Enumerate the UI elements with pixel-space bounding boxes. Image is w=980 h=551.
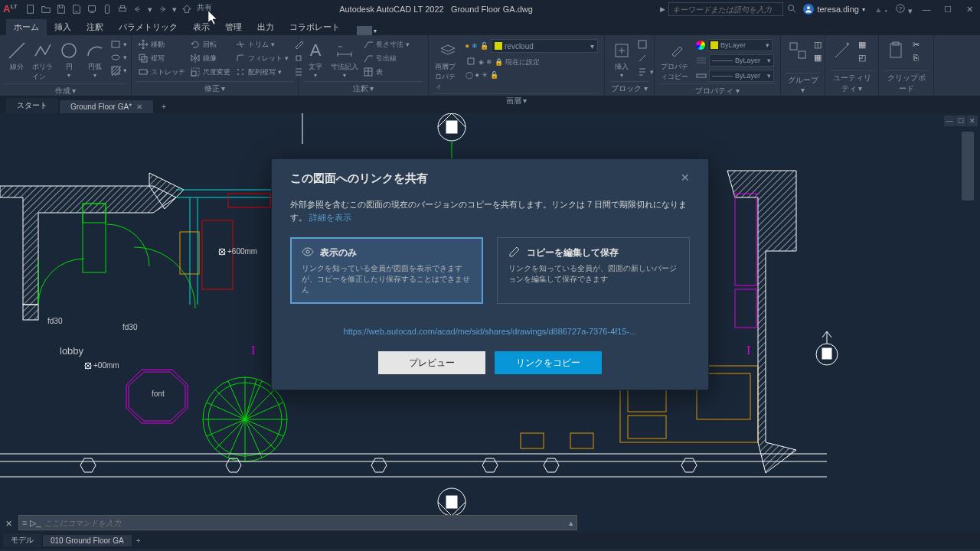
tab-output[interactable]: 出力 xyxy=(250,19,282,35)
leader-button[interactable]: 長さ寸法 ▾ xyxy=(361,38,411,51)
saveas-icon[interactable] xyxy=(70,2,83,16)
paste-button[interactable] xyxy=(884,38,908,63)
redo-icon[interactable] xyxy=(155,2,169,16)
tab-parametric[interactable]: パラメトリック xyxy=(111,19,185,35)
save-icon[interactable] xyxy=(54,2,68,16)
polyline-button[interactable]: ポリライン xyxy=(31,38,55,83)
share-icon[interactable] xyxy=(180,2,194,16)
undo-icon[interactable] xyxy=(131,2,145,16)
layout-tab[interactable]: 010 Ground Floor GA xyxy=(43,535,132,546)
move-button[interactable]: 移動 xyxy=(136,38,187,51)
close-button[interactable]: ✕ xyxy=(962,3,977,15)
details-link[interactable]: 詳細を表示 xyxy=(309,213,351,222)
share-label[interactable]: 共有 xyxy=(197,2,212,16)
leader2-button[interactable]: 引出線 xyxy=(361,52,411,64)
fillet-button[interactable]: フィレット ▾ xyxy=(234,52,290,64)
layer-match-button[interactable] xyxy=(466,56,476,68)
web-icon[interactable] xyxy=(85,2,99,16)
make-current-button[interactable]: 現在に設定 xyxy=(505,57,540,67)
tab-featured-apps[interactable]: ▾ xyxy=(357,26,377,35)
new-tab-button[interactable]: + xyxy=(157,99,171,113)
tab-view[interactable]: 表示 xyxy=(185,19,217,35)
print-icon[interactable] xyxy=(116,2,129,16)
matchprop-button[interactable]: プロパティコピー xyxy=(659,38,693,83)
option-view-only[interactable]: 表示のみ リンクを知っている全員が図面を表示できますが、コピーを修正したり保存す… xyxy=(290,237,483,304)
search-icon[interactable] xyxy=(786,3,797,15)
block-edit-button[interactable] xyxy=(635,52,655,64)
mobile-icon[interactable] xyxy=(100,2,114,16)
tab-insert[interactable]: 挿入 xyxy=(47,19,79,35)
new-icon[interactable] xyxy=(24,2,38,16)
layer-on-button[interactable]: ● xyxy=(475,71,479,79)
layer-unlock-button[interactable]: 🔓 xyxy=(490,71,498,79)
layer-thaw-button[interactable]: ☀ xyxy=(482,71,488,79)
share-url[interactable]: https://web.autocad.com/acad/me/sid/shar… xyxy=(290,327,690,336)
linetype-selector[interactable]: ———ByLayer▾ xyxy=(694,69,776,83)
help-icon[interactable]: ? ▾ xyxy=(895,3,913,16)
minimize-button[interactable]: — xyxy=(919,3,934,15)
command-line[interactable]: ≡ ▷_ ▴ xyxy=(18,515,577,530)
redo-dropdown-icon[interactable]: ▾ xyxy=(171,2,178,16)
start-tab[interactable]: スタート xyxy=(6,98,58,113)
layer-iso-button[interactable]: ◈ xyxy=(479,58,484,66)
calc-button[interactable]: ▦ xyxy=(856,38,868,51)
cut-button[interactable]: ✂ xyxy=(910,38,922,51)
hatch-button[interactable]: ▾ xyxy=(109,64,129,77)
text-button[interactable]: A文字▼ xyxy=(303,38,328,80)
cmdline-expand-icon[interactable]: ▴ xyxy=(569,518,573,528)
open-icon[interactable] xyxy=(39,2,53,16)
circle-button[interactable]: 円▼ xyxy=(57,38,81,80)
tab-collaborate[interactable]: コラボレート xyxy=(282,19,348,35)
ungroup-button[interactable]: ◫ xyxy=(812,38,824,51)
group-edit-button[interactable]: ▦ xyxy=(812,51,824,64)
vp-maximize-button[interactable]: ☐ xyxy=(956,116,966,126)
copy-button[interactable]: 複写 xyxy=(136,52,187,64)
lineweight-selector[interactable]: ———ByLayer▾ xyxy=(694,54,776,67)
drawing-tab[interactable]: Ground Floor GA*✕ xyxy=(60,100,153,113)
layer-off-button[interactable]: ◯ xyxy=(466,71,473,79)
cmdline-close-button[interactable]: ✕ xyxy=(3,518,14,529)
tab-annotate[interactable]: 注釈 xyxy=(79,19,111,35)
layer-selector[interactable]: ●❄🔓 revcloud▾ xyxy=(464,38,599,54)
option-edit-copy[interactable]: コピーを編集して保存 リンクを知っている全員が、図面の新しいバージョンを編集して… xyxy=(497,237,690,304)
rect-button[interactable]: ▾ xyxy=(109,38,129,51)
table-button[interactable]: 表 xyxy=(361,66,411,78)
vp-minimize-button[interactable]: — xyxy=(944,116,955,126)
tab-home[interactable]: ホーム xyxy=(6,19,47,35)
layer-lock-button[interactable]: 🔒 xyxy=(495,58,503,66)
search-box[interactable] xyxy=(668,2,783,16)
command-input[interactable] xyxy=(44,519,566,527)
line-button[interactable]: 線分 xyxy=(5,38,29,73)
insert-block-button[interactable]: 挿入▼ xyxy=(609,38,634,80)
autodesk-app-icon[interactable]: ⟁ ▾ xyxy=(876,5,889,14)
mirror-button[interactable]: 鏡像 xyxy=(188,52,232,64)
model-tab[interactable]: モデル xyxy=(3,533,41,547)
undo-dropdown-icon[interactable]: ▾ xyxy=(146,2,154,16)
vp-close-button[interactable]: ✕ xyxy=(967,116,978,126)
dialog-close-button[interactable]: ✕ xyxy=(681,171,690,186)
copy-clip-button[interactable]: ⎘ xyxy=(910,51,922,64)
rotate-button[interactable]: 回転 xyxy=(188,38,232,51)
ellipse-button[interactable]: ▾ xyxy=(109,51,129,64)
layer-freeze-button[interactable]: ❄ xyxy=(486,58,492,66)
block-attr-button[interactable]: ▾ xyxy=(635,66,655,78)
trim-button[interactable]: トリム ▾ xyxy=(234,38,290,51)
measure-button[interactable] xyxy=(830,38,854,63)
preview-button[interactable]: プレビュー xyxy=(378,351,485,374)
scale-button[interactable]: 尺度変更 xyxy=(188,66,232,78)
array-button[interactable]: 配列複写 ▾ xyxy=(234,66,290,78)
add-layout-button[interactable]: + xyxy=(133,536,144,545)
stretch-button[interactable]: ストレッチ xyxy=(136,66,187,78)
dimension-button[interactable]: 寸法記入▼ xyxy=(329,38,360,80)
close-tab-icon[interactable]: ✕ xyxy=(136,103,142,111)
color-selector[interactable]: ByLayer▾ xyxy=(694,38,776,52)
group-button[interactable] xyxy=(786,38,810,63)
search-input[interactable] xyxy=(672,5,779,14)
layerprop-button[interactable]: 画層プロパティ xyxy=(433,38,462,93)
block-create-button[interactable] xyxy=(635,38,655,51)
user-menu[interactable]: teresa.ding ▾ xyxy=(803,4,864,15)
select-button[interactable]: ◰ xyxy=(856,51,868,64)
tab-manage[interactable]: 管理 xyxy=(217,19,250,35)
cmdline-handle-icon[interactable]: ≡ xyxy=(22,518,27,527)
arc-button[interactable]: 円弧▼ xyxy=(83,38,107,80)
